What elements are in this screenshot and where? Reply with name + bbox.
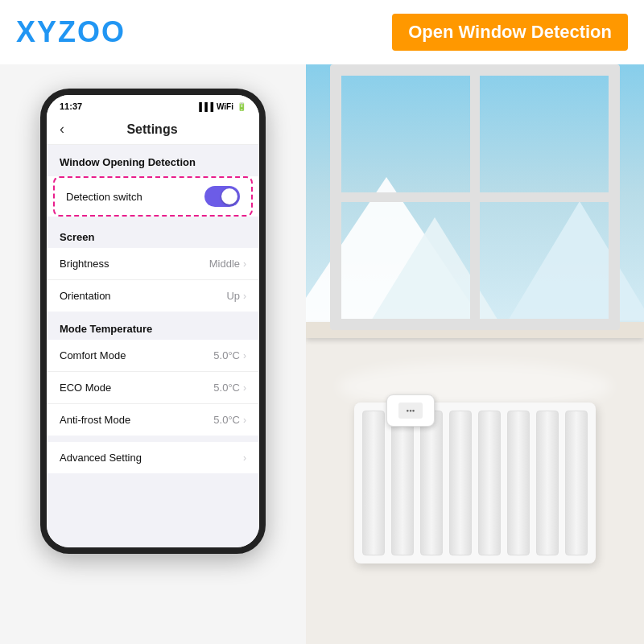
phone-mockup: 11:37 ▐▐▐ WiFi 🔋 ‹ Settings Window Openi… — [40, 89, 266, 554]
radiator-pipe-3 — [420, 411, 443, 555]
advanced-setting-label: Advanced Setting — [60, 452, 142, 464]
section-mode-temp: Mode Temperature — [47, 312, 259, 340]
settings-content: Window Opening Detection Detection switc… — [47, 145, 259, 547]
brightness-item[interactable]: Brightness Middle › — [47, 248, 259, 280]
chevron-icon-4: › — [243, 382, 246, 394]
comfort-mode-value: 5.0°C › — [213, 349, 246, 361]
chevron-icon-5: › — [243, 415, 246, 426]
chevron-icon-2: › — [243, 291, 246, 302]
antifrost-mode-label: Anti-frost Mode — [60, 414, 130, 426]
detection-switch-label: Detection switch — [66, 191, 142, 203]
eco-mode-item[interactable]: ECO Mode 5.0°C › — [47, 372, 259, 404]
comfort-mode-item[interactable]: Comfort Mode 5.0°C › — [47, 340, 259, 372]
radiator-pipe-8 — [565, 411, 588, 555]
window-frame — [330, 64, 620, 330]
brand-header: XYZOO Open Window Detection — [0, 0, 644, 64]
battery-icon: 🔋 — [237, 102, 246, 111]
orientation-value: Up › — [226, 290, 246, 302]
brand-logo: XYZOO — [16, 15, 126, 49]
chevron-icon-3: › — [243, 350, 246, 361]
banner-label: Open Window Detection — [392, 14, 628, 51]
signal-icon: ▐▐▐ — [196, 102, 213, 111]
radiator-pipe-2 — [391, 411, 414, 555]
app-container: XYZOO Open Window Detection 11:37 ▐▐▐ Wi… — [0, 0, 644, 644]
antifrost-mode-item[interactable]: Anti-frost Mode 5.0°C › — [47, 404, 259, 436]
section-window-detection: Window Opening Detection — [47, 145, 259, 173]
chevron-icon: › — [243, 258, 246, 270]
wifi-icon: WiFi — [217, 102, 233, 111]
radiator-pipe-5 — [478, 411, 501, 555]
antifrost-mode-value: 5.0°C › — [213, 414, 246, 426]
eco-mode-label: ECO Mode — [60, 382, 111, 394]
status-bar: 11:37 ▐▐▐ WiFi 🔋 — [47, 95, 259, 114]
radiator-pipe-4 — [449, 411, 472, 555]
orientation-label: Orientation — [60, 290, 111, 302]
radiator-pipe-1 — [362, 411, 385, 555]
radiator-pipe-7 — [536, 411, 559, 555]
radiator — [354, 402, 596, 564]
brightness-value: Middle › — [209, 258, 246, 270]
nav-title: Settings — [74, 122, 230, 137]
detection-toggle[interactable] — [204, 186, 240, 207]
mode-temp-group: Comfort Mode 5.0°C › ECO Mode 5.0°C › — [47, 340, 259, 436]
back-button[interactable]: ‹ — [60, 121, 64, 138]
advanced-setting-value: › — [243, 452, 246, 464]
window-divider-horizontal — [341, 192, 609, 202]
trv-screen: ●●● — [398, 402, 423, 419]
radiator-pipe-6 — [507, 411, 530, 555]
status-time: 11:37 — [60, 101, 82, 111]
chevron-icon-6: › — [243, 452, 246, 464]
advanced-group: Advanced Setting › — [47, 442, 259, 473]
right-panel: ●●● — [306, 0, 644, 644]
section-screen: Screen — [47, 220, 259, 248]
eco-mode-value: 5.0°C › — [213, 382, 246, 394]
status-icons: ▐▐▐ WiFi 🔋 — [196, 102, 246, 111]
trv-device: ●●● — [386, 394, 435, 427]
detection-group: Detection switch — [47, 176, 259, 217]
brightness-label: Brightness — [60, 258, 109, 270]
comfort-mode-label: Comfort Mode — [60, 349, 126, 361]
advanced-setting-item[interactable]: Advanced Setting › — [47, 442, 259, 473]
detection-switch-item[interactable]: Detection switch — [53, 176, 253, 217]
left-panel: 11:37 ▐▐▐ WiFi 🔋 ‹ Settings Window Openi… — [0, 0, 306, 644]
orientation-item[interactable]: Orientation Up › — [47, 280, 259, 312]
nav-bar: ‹ Settings — [47, 114, 259, 145]
screen-group: Brightness Middle › Orientation Up › — [47, 248, 259, 312]
